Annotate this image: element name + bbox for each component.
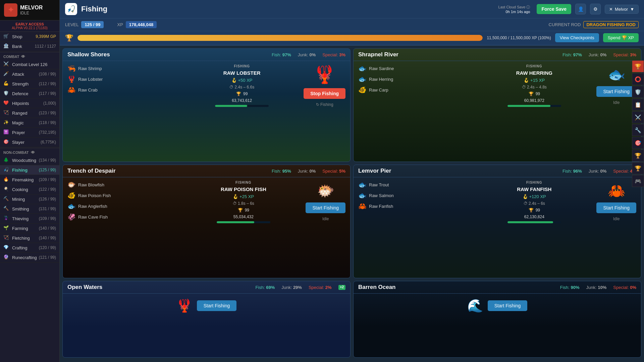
sidebar-item-combat-level[interactable]: ⚔️ Combat Level 126: [0, 60, 59, 69]
user-icon-button[interactable]: 👤: [575, 4, 586, 14]
ocean-icon: 🌊: [467, 298, 483, 313]
list-item: 🐟 Raw Anglerfish: [67, 202, 181, 210]
sidebar-item-mining[interactable]: ⛏️Mining (126 / 99): [0, 194, 59, 204]
start-fishing-button-trench[interactable]: Start Fishing: [306, 202, 345, 213]
sidebar-item-hitpoints[interactable]: ❤️Hitpoints (1,000): [0, 99, 59, 108]
sidebar-section-combat: COMBAT 👁: [0, 52, 59, 60]
sidebar-item-prayer[interactable]: ✝️Prayer (732,195): [0, 128, 59, 137]
noncombat-visibility-toggle[interactable]: 👁: [31, 150, 35, 155]
crab-icon: 🦀: [67, 86, 75, 94]
lobster-open-icon: 🦞: [176, 298, 192, 313]
prayer-icon: ✝️: [3, 129, 9, 135]
area-trench-of-despair: Trench of Despair Fish: 95% Junk: 0% Spe…: [62, 165, 351, 278]
xp-stat: XP 178,448,048: [117, 21, 157, 28]
right-icon-5[interactable]: ⚔️: [632, 111, 644, 123]
sidebar-item-magic[interactable]: ✨Magic (118 / 99): [0, 118, 59, 128]
right-icon-7[interactable]: 🎯: [632, 137, 644, 149]
right-icon-3[interactable]: 🛡️: [632, 86, 644, 98]
trophy-icon: 🏆: [65, 34, 73, 42]
sidebar-item-crafting[interactable]: 💎Crafting (120 / 99): [0, 243, 59, 253]
level-value: 125 / 99: [81, 21, 104, 28]
sidebar-item-thieving[interactable]: 🦹Thieving (109 / 99): [0, 214, 59, 224]
hitpoints-icon: ❤️: [3, 100, 9, 106]
right-icon-2[interactable]: ⭕: [632, 73, 644, 85]
start-fishing-button-shrapnel[interactable]: Start Fishing: [596, 86, 636, 97]
list-item: 🐟 Raw Sardine: [358, 64, 472, 72]
fishing-center-lemvor: FISHING RAW FANFISH 🪝 +120 XP ⏱ 2.4s – 6…: [477, 181, 591, 223]
sidebar-shop-gp: 9,399M GP: [36, 34, 56, 39]
profile-name: Melvor: [615, 7, 628, 12]
right-icon-4[interactable]: 📋: [632, 99, 644, 111]
right-icon-6[interactable]: 🔧: [632, 124, 644, 136]
sidebar: ✦ MELVOR IDLE EARLY ACCESS ALPHA V0.22.1…: [0, 0, 60, 362]
fishing-progress-shrapnel-river: [507, 105, 561, 107]
strength-icon: 💪: [3, 81, 9, 87]
start-fishing-button-barren-ocean[interactable]: Start Fishing: [488, 300, 528, 311]
logo-name: MELVOR: [20, 4, 43, 11]
sidebar-bank-count: 1112 / 1127: [35, 44, 56, 49]
right-sidebar-icons: 🏆 ⭕ 🛡️ 📋 ⚔️ 🔧 🎯 🏆 🏆 🎮: [632, 60, 644, 187]
settings-icon-button[interactable]: ⚙: [590, 4, 601, 14]
lobster-icon: 🦞: [67, 75, 75, 83]
sidebar-item-ranged[interactable]: 🏹Ranged (123 / 99): [0, 108, 59, 118]
combat-visibility-toggle[interactable]: 👁: [21, 54, 25, 59]
right-icon-8[interactable]: 🏆: [632, 149, 644, 162]
start-fishing-button-open-waters[interactable]: Start Fishing: [197, 300, 237, 311]
current-rod-value: DRAGON FISHING ROD: [583, 21, 639, 28]
list-item: 🦀 Raw Crab: [67, 86, 180, 94]
xp-value: 178,448,048: [126, 21, 157, 28]
area-header-trench: Trench of Despair Fish: 95% Junk: 0% Spe…: [63, 165, 350, 177]
area-header-shallow-shores: Shallow Shores Fish: 97% Junk: 0% Specia…: [63, 49, 350, 61]
right-icon-9[interactable]: 🏆: [632, 162, 644, 174]
herring-big-icon: 🐟: [608, 66, 625, 83]
right-icon-1[interactable]: 🏆: [632, 60, 644, 72]
area-lemvor-pier: Lemvor Pier Fish: 96% Junk: 0% Special: …: [353, 165, 641, 278]
view-checkpoints-button[interactable]: View Checkpoints: [555, 33, 599, 42]
fishing-icon: 🎣: [3, 167, 9, 173]
sidebar-item-bank[interactable]: 🏦 Bank 1112 / 1127: [0, 42, 59, 51]
anglerfish-icon: 🐟: [67, 202, 75, 210]
sardine-icon: 🐟: [358, 64, 366, 72]
slayer-icon: 🎯: [3, 139, 9, 145]
list-item: 🐟 Raw Herring: [358, 75, 472, 83]
area-header-shrapnel-river: Shrapnel River Fish: 97% Junk: 0% Specia…: [354, 49, 641, 61]
attack-icon: 🗡️: [3, 71, 9, 77]
blowfish-big-icon: 🐡: [317, 183, 334, 199]
sidebar-item-woodcutting[interactable]: 🌲Woodcutting (134 / 99): [0, 156, 59, 165]
salmon-icon: 🐟: [358, 191, 366, 199]
area-barren-ocean: Barren Ocean Fish: 90% Junk: 10% Special…: [353, 281, 641, 358]
list-item: 🐡 Raw Blowfish: [67, 181, 181, 189]
sidebar-item-defence[interactable]: 🛡️Defence (117 / 99): [0, 89, 59, 99]
list-item: 🦑 Raw Cave Fish: [67, 213, 181, 221]
spend-xp-button[interactable]: Spend 🏆 XP: [603, 33, 639, 42]
early-access-banner: EARLY ACCESS ALPHA V0.22.1 (71183): [0, 20, 59, 32]
sidebar-item-slayer[interactable]: 🎯Slayer (6,775K): [0, 137, 59, 147]
fishing-center-trench: FISHING RAW POISON FISH 🪝 +25 XP ⏱ 1.8s …: [186, 181, 300, 223]
sidebar-item-farming[interactable]: 🌱Farming (140 / 99): [0, 224, 59, 233]
sidebar-logo: ✦ MELVOR IDLE: [0, 0, 59, 20]
area-shrapnel-river: Shrapnel River Fish: 97% Junk: 0% Specia…: [353, 48, 641, 162]
sidebar-item-shop[interactable]: 🛒 Shop 9,399M GP: [0, 32, 59, 42]
sidebar-item-cooking[interactable]: 🍳Cooking (122 / 99): [0, 185, 59, 194]
profile-button[interactable]: ✕ Melvor ▼: [605, 5, 639, 14]
level-stat: LEVEL 125 / 99: [65, 21, 104, 28]
force-save-button[interactable]: Force Save: [537, 4, 571, 14]
sidebar-item-fishing[interactable]: 🎣Fishing (125 / 99): [0, 165, 59, 175]
list-item: 🐠 Raw Poison Fish: [67, 191, 181, 199]
noncombat-section-label: NON-COMBAT: [3, 150, 29, 155]
page-title: Fishing: [81, 5, 107, 13]
sidebar-item-runecrafting[interactable]: 🔮Runecrafting (121 / 99): [0, 253, 59, 262]
thieving-icon: 🦹: [3, 216, 9, 222]
shrimp-icon: 🦐: [67, 64, 75, 72]
stop-fishing-button[interactable]: Stop Fishing: [304, 88, 345, 99]
list-item: 🐠 Raw Carp: [358, 86, 472, 94]
sidebar-item-strength[interactable]: 💪Strength (112 / 99): [0, 79, 59, 89]
sidebar-item-attack[interactable]: 🗡️Attack (108 / 99): [0, 69, 59, 79]
right-icon-10[interactable]: 🎮: [632, 175, 644, 187]
poison-fish-icon: 🐠: [67, 191, 75, 199]
sidebar-item-fletching[interactable]: 🏹Fletching (140 / 99): [0, 233, 59, 243]
fishing-center-shallow-shores: FISHING RAW LOBSTER 🪝 +50 XP ⏱ 2.4s – 6.…: [185, 64, 298, 107]
start-fishing-button-lemvor[interactable]: Start Fishing: [596, 202, 636, 213]
sidebar-item-firemaking[interactable]: 🔥Firemaking (109 / 99): [0, 175, 59, 185]
sidebar-item-smithing[interactable]: 🔨Smithing (131 / 99): [0, 204, 59, 214]
